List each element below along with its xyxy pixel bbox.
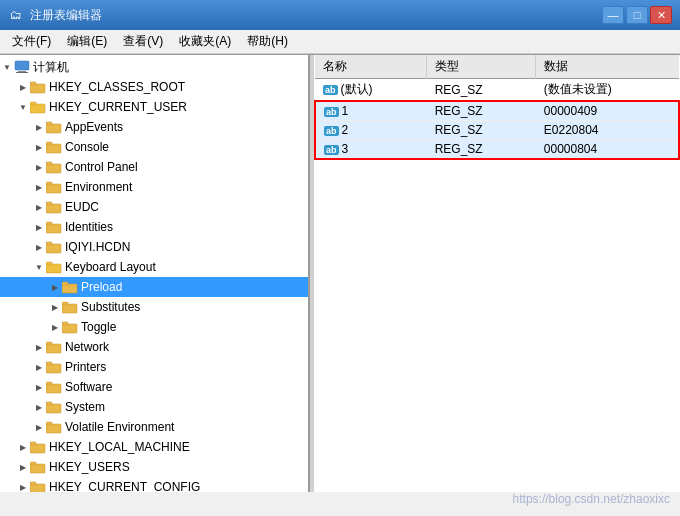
col-data[interactable]: 数据 <box>536 55 679 79</box>
table-row[interactable]: ab3 REG_SZ 00000804 <box>315 140 679 160</box>
folder-icon <box>46 380 62 394</box>
tree-node-printers[interactable]: Printers <box>0 357 308 377</box>
svg-rect-25 <box>62 304 77 313</box>
expand-icon[interactable] <box>16 100 30 114</box>
tree-label: IQIYI.HCDN <box>65 240 130 254</box>
tree-node-environment[interactable]: Environment <box>0 177 308 197</box>
menu-edit[interactable]: 编辑(E) <box>59 30 115 53</box>
menu-view[interactable]: 查看(V) <box>115 30 171 53</box>
expand-icon[interactable] <box>32 200 46 214</box>
menu-file[interactable]: 文件(F) <box>4 30 59 53</box>
expand-icon[interactable] <box>32 220 46 234</box>
expand-icon[interactable] <box>16 80 30 94</box>
tree-label: Control Panel <box>65 160 138 174</box>
folder-icon <box>30 460 46 474</box>
svg-rect-38 <box>46 422 52 425</box>
tree-node-console[interactable]: Console <box>0 137 308 157</box>
value-type-icon: ab <box>324 126 339 136</box>
cell-name: ab1 <box>315 101 427 121</box>
expand-icon[interactable] <box>32 400 46 414</box>
tree-label: System <box>65 400 105 414</box>
registry-values-panel: 名称 类型 数据 ab(默认) REG_SZ (数值未设置) ab1 REG_S… <box>314 55 680 492</box>
table-row[interactable]: ab1 REG_SZ 00000409 <box>315 101 679 121</box>
svg-rect-0 <box>15 61 29 70</box>
tree-label: Preload <box>81 280 122 294</box>
expand-icon[interactable] <box>32 120 46 134</box>
expand-icon[interactable] <box>32 340 46 354</box>
svg-rect-35 <box>46 404 61 413</box>
tree-node-controlpanel[interactable]: Control Panel <box>0 157 308 177</box>
tree-label: HKEY_CURRENT_CONFIG <box>49 480 200 492</box>
tree-label: Volatile Environment <box>65 420 174 434</box>
menu-favorites[interactable]: 收藏夹(A) <box>171 30 239 53</box>
cell-type: REG_SZ <box>427 121 536 140</box>
tree-node-network[interactable]: Network <box>0 337 308 357</box>
tree-label: Console <box>65 140 109 154</box>
svg-rect-10 <box>46 142 52 145</box>
expand-icon[interactable] <box>32 160 46 174</box>
tree-node-appevents[interactable]: AppEvents <box>0 117 308 137</box>
col-type[interactable]: 类型 <box>427 55 536 79</box>
expand-icon[interactable] <box>32 380 46 394</box>
svg-rect-14 <box>46 182 52 185</box>
value-type-icon: ab <box>323 85 338 95</box>
tree-node-hkcu[interactable]: HKEY_CURRENT_USER <box>0 97 308 117</box>
table-row[interactable]: ab(默认) REG_SZ (数值未设置) <box>315 79 679 102</box>
svg-rect-30 <box>46 342 52 345</box>
svg-rect-13 <box>46 184 61 193</box>
tree-node-hklm[interactable]: HKEY_LOCAL_MACHINE <box>0 437 308 457</box>
tree-node-iqiyi[interactable]: IQIYI.HCDN <box>0 237 308 257</box>
tree-node-computer[interactable]: 计算机 <box>0 57 308 77</box>
expand-icon[interactable] <box>32 140 46 154</box>
expand-icon[interactable] <box>32 260 46 274</box>
expand-icon[interactable] <box>32 360 46 374</box>
tree-node-hku[interactable]: HKEY_USERS <box>0 457 308 477</box>
minimize-button[interactable]: — <box>602 6 624 24</box>
registry-tree[interactable]: 计算机 HKEY_CLASSES_ROOT HKEY_CURRENT_USER … <box>0 55 310 492</box>
tree-node-identities[interactable]: Identities <box>0 217 308 237</box>
svg-rect-40 <box>30 442 36 445</box>
expand-icon[interactable] <box>48 320 62 334</box>
expand-icon[interactable] <box>48 300 62 314</box>
tree-node-toggle[interactable]: Toggle <box>0 317 308 337</box>
svg-rect-8 <box>46 122 52 125</box>
folder-icon <box>30 480 46 492</box>
expand-icon[interactable] <box>16 440 30 454</box>
value-type-icon: ab <box>324 145 339 155</box>
svg-rect-15 <box>46 204 61 213</box>
svg-rect-18 <box>46 222 52 225</box>
tree-node-system[interactable]: System <box>0 397 308 417</box>
window-controls: — □ ✕ <box>602 6 672 24</box>
close-button[interactable]: ✕ <box>650 6 672 24</box>
table-row[interactable]: ab2 REG_SZ E0220804 <box>315 121 679 140</box>
folder-icon <box>46 340 62 354</box>
cell-name: ab(默认) <box>315 79 427 102</box>
menu-help[interactable]: 帮助(H) <box>239 30 296 53</box>
expand-icon[interactable] <box>48 280 62 294</box>
maximize-button[interactable]: □ <box>626 6 648 24</box>
folder-icon <box>30 440 46 454</box>
tree-node-volenv[interactable]: Volatile Environment <box>0 417 308 437</box>
cell-type: REG_SZ <box>427 101 536 121</box>
tree-node-keyboardlayout[interactable]: Keyboard Layout <box>0 257 308 277</box>
tree-node-preload[interactable]: Preload <box>0 277 308 297</box>
expand-icon[interactable] <box>32 420 46 434</box>
svg-rect-22 <box>46 262 52 265</box>
tree-label: Toggle <box>81 320 116 334</box>
col-name[interactable]: 名称 <box>315 55 427 79</box>
cell-data: (数值未设置) <box>536 79 679 102</box>
expand-icon[interactable] <box>32 180 46 194</box>
svg-rect-4 <box>30 82 36 85</box>
main-content: 计算机 HKEY_CLASSES_ROOT HKEY_CURRENT_USER … <box>0 54 680 492</box>
expand-icon[interactable] <box>0 60 14 74</box>
expand-icon[interactable] <box>16 460 30 474</box>
tree-node-hkcc[interactable]: HKEY_CURRENT_CONFIG <box>0 477 308 492</box>
expand-icon[interactable] <box>32 240 46 254</box>
tree-node-eudc[interactable]: EUDC <box>0 197 308 217</box>
tree-node-hkcr[interactable]: HKEY_CLASSES_ROOT <box>0 77 308 97</box>
tree-node-software[interactable]: Software <box>0 377 308 397</box>
expand-icon[interactable] <box>16 480 30 492</box>
tree-node-substitutes[interactable]: Substitutes <box>0 297 308 317</box>
svg-rect-6 <box>30 102 36 105</box>
tree-label: AppEvents <box>65 120 123 134</box>
